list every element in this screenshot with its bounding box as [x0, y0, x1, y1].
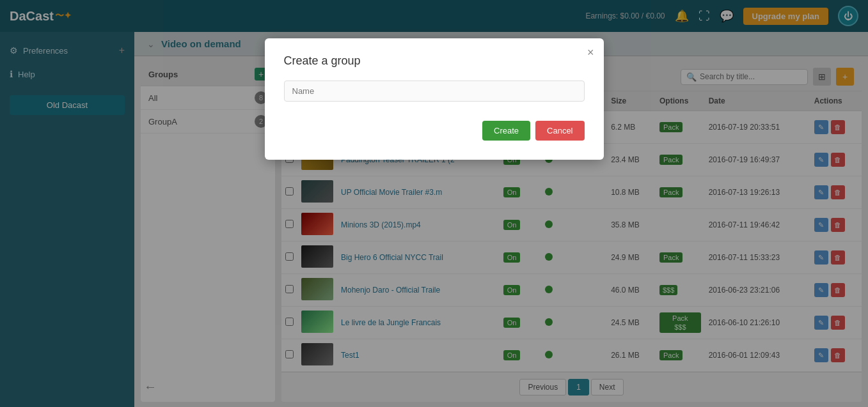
modal-title: Create a group	[284, 54, 585, 68]
modal-overlay: Create a group × Create Cancel	[0, 0, 868, 407]
create-group-modal: Create a group × Create Cancel	[265, 38, 604, 160]
cancel-button[interactable]: Cancel	[535, 121, 584, 141]
modal-actions: Create Cancel	[284, 121, 585, 141]
group-name-input[interactable]	[284, 81, 585, 102]
create-button[interactable]: Create	[482, 121, 530, 141]
modal-close-button[interactable]: ×	[587, 46, 594, 59]
